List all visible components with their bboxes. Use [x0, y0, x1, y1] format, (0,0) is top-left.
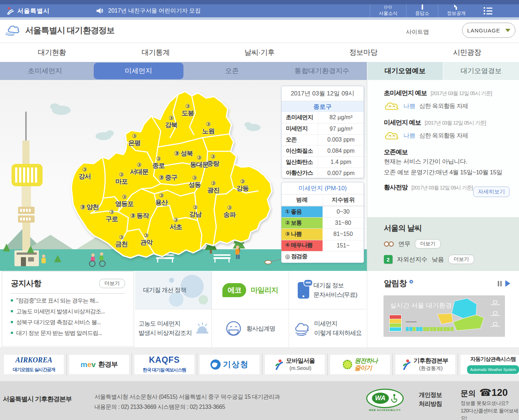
topbar: 서울특별시 2017년 내친구서울 어린이기자 모집 ((•))서울소식응답소정… [0, 0, 519, 20]
quicklink-eco-mileage[interactable]: 에코 마일리지 [212, 271, 289, 309]
language-select[interactable]: LANGUAGE [462, 23, 515, 38]
uv-more-button[interactable]: 더보기 [448, 255, 474, 264]
seoul-weather-section: 서울의 날씨 연무 더보기 2 자외선지수 낮음 더보기 [367, 217, 519, 271]
ozone-forecast-line1: 현재는 서비스 기간이 아닙니다. [384, 156, 510, 167]
alert-title: 알림창 [384, 278, 407, 289]
district-강북[interactable]: ③강북 [165, 115, 177, 129]
quicklink-emergency-reduction[interactable]: 고농도 미세먼지발생시 비상저감조치 [135, 309, 212, 348]
site-logo[interactable]: 서울특별시 대기환경정보 [5, 24, 114, 36]
district-영등포[interactable]: ③영등포 [115, 194, 134, 208]
nav-item-대기현황[interactable]: 대기현황 [0, 43, 104, 62]
district-은평[interactable]: ③은평 [128, 133, 141, 147]
pollutant-tabs: 초미세먼지미세먼지오존통합대기환경지수 [0, 62, 367, 80]
weather-title: 서울의 날씨 [384, 223, 511, 233]
topbar-link-서울소식[interactable]: ((•))서울소식 [370, 4, 406, 17]
seoul-mark-icon [403, 359, 411, 370]
partner-airkorea[interactable]: AIRKOREA 대기오염도 실시간공개 [4, 355, 64, 374]
district-서대문[interactable]: ③서대문 [130, 162, 148, 176]
nav-item-날씨·기후[interactable]: 날씨·기후 [208, 43, 311, 62]
notice-item[interactable]: 성북구 대기오염 측정값 서비스 불... [11, 319, 125, 326]
tab-초미세먼지[interactable]: 초미세먼지 [0, 62, 90, 80]
district-관악[interactable]: ③관악 [140, 232, 152, 246]
nav-item-시민광장[interactable]: 시민광장 [415, 43, 519, 62]
weather-condition: 연무 [398, 240, 411, 248]
sun-mascot-icon [343, 360, 352, 369]
district-서초[interactable]: ③서초 [170, 217, 182, 231]
district-종로[interactable]: ③종로 [152, 156, 165, 170]
district-동작[interactable]: ③ 동작 [130, 211, 149, 220]
legend-col2-header: 지수범위 [323, 195, 364, 206]
seoul-map-panel: ③도봉③강북③노원③은평③ 성북③중랑③종로③동대문③서대문③강서③마포③ 중구… [0, 80, 367, 271]
district-금천[interactable]: ③금천 [115, 234, 128, 248]
partner-climate-hq[interactable]: 기후환경본부(환경통계) [395, 355, 455, 374]
topbar-link-정보공개[interactable]: 정보공개 [438, 4, 474, 17]
banner-legend [389, 314, 402, 332]
alert-banner[interactable]: 실시간 서울 대기환경 [383, 295, 505, 337]
weather-more-button[interactable]: 더보기 [415, 239, 441, 249]
broadcast-icon: ((•)) [384, 5, 392, 10]
tab-오존[interactable]: 오존 [187, 62, 277, 80]
district-중랑[interactable]: ③중랑 [207, 153, 219, 167]
notice-item[interactable]: "점검중"으로 표시 되는 경우는 해... [11, 297, 125, 305]
quicklink-air-policy[interactable]: 대기질 개선 정책 [135, 271, 212, 309]
chevron-down-icon [505, 29, 510, 32]
quicklink-dust10-label: 황사십계명 [246, 325, 275, 333]
district-강남[interactable]: ③강남 [189, 204, 201, 218]
site-header: 서울특별시 대기환경정보 사이트맵 LANGUAGE [0, 20, 519, 43]
district-동대문[interactable]: ③동대문 [190, 155, 209, 169]
district-광진[interactable]: ③광진 [207, 180, 219, 194]
seoul-brand[interactable]: 서울특별시 [6, 7, 50, 15]
dust-cloud-icon [293, 321, 310, 336]
district-강동[interactable]: ③강동 [236, 178, 249, 192]
haze-icon [384, 241, 394, 247]
partner-one-less-nuclear[interactable]: 원전하나줄이기 [330, 355, 390, 374]
notice-more-button[interactable]: 더보기 [99, 279, 125, 288]
page-footer: 서울특별시 기후환경본부 서울특별시청 서소문청사 (04515) 서울특별시 … [0, 381, 519, 420]
topbar-notice[interactable]: 2017년 내친구서울 어린이기자 모집 [108, 7, 201, 15]
quicklink-sms-service[interactable]: SMS 대기질 정보문자서비스(무료) [289, 271, 366, 309]
legend-row-보통: ② 보통31~80 [281, 217, 364, 228]
tab-미세먼지[interactable]: 미세먼지 [94, 63, 184, 79]
district-강서[interactable]: ③강서 [79, 166, 91, 180]
pm25-forecast-level: 나쁨 [403, 102, 416, 110]
dust-detail-button[interactable]: 자세히보기 [473, 187, 510, 197]
topbar-link-응답소[interactable]: 응답소 [406, 4, 438, 17]
sitemap-link[interactable]: 사이트맵 [406, 28, 429, 36]
footer-address: 서울특별시청 서소문청사 (04515) 서울특별시 중구 덕수궁길 15 대기… [94, 392, 280, 402]
tab-통합대기환경지수[interactable]: 통합대기환경지수 [277, 62, 367, 80]
play-icon[interactable] [505, 280, 510, 287]
partner-kma[interactable]: 기상청 [200, 355, 260, 374]
partner-mobile-seoul[interactable]: 모바일서울(m.Seoul) [265, 355, 325, 374]
menu-icon[interactable] [474, 4, 502, 17]
district-마포[interactable]: ③마포 [115, 171, 128, 186]
district-양천[interactable]: ③ 양천 [80, 203, 99, 211]
notice-item[interactable]: 대기 정보 문자 받는 방법 알려드립... [11, 330, 125, 337]
nav-item-대기통계[interactable]: 대기통계 [104, 43, 208, 62]
district-중구[interactable]: ③ 중구 [159, 173, 177, 182]
obs-row-이산화질소: 이산화질소0.084 ppm [281, 145, 364, 156]
moe-logo: mev [80, 360, 96, 369]
quicklink-pm-response[interactable]: 미세먼지이렇게 대처하세요 [289, 309, 366, 348]
district-구로[interactable]: ③구로 [106, 209, 118, 223]
notice-item[interactable]: 고농도 미세먼지 발생시 비상저감조... [11, 308, 125, 316]
siren-icon [196, 323, 208, 334]
main-nav: 대기현황대기통계날씨·기후정보마당시민광장 [0, 43, 519, 62]
pm25-forecast-title: 초미세먼지 예보 [384, 89, 427, 97]
seoul-logo-icon [6, 7, 14, 15]
tab-대기오염예보[interactable]: 대기오염예보 [367, 62, 443, 80]
tab-대기오염경보[interactable]: 대기오염경보 [443, 62, 519, 80]
partner-ministry-environment[interactable]: mev 환경부 [69, 355, 129, 374]
nav-item-정보마당[interactable]: 정보마당 [311, 43, 415, 62]
district-도봉[interactable]: ③도봉 [182, 103, 194, 117]
district-노원[interactable]: ③노원 [202, 121, 214, 135]
district-송파[interactable]: ③송파 [223, 205, 236, 219]
quicklink-yellow-dust-rules[interactable]: 황사십계명 [212, 309, 289, 348]
pause-icon[interactable] [498, 281, 502, 286]
privacy-policy-link[interactable]: 개인정보 처리방침 [419, 390, 442, 408]
partner-aws[interactable]: 자동기상관측시스템 Automatic Weather System [461, 355, 519, 374]
carousel-dot[interactable] [409, 280, 413, 283]
quicklink-grid: 대기질 개선 정책 에코 마일리지 SMS 대기질 정보문자서비스(무료) 고농… [135, 271, 366, 348]
partner-kaqfs[interactable]: KAQFS 한국 대기질 예보시스템 [134, 355, 194, 374]
district-성동[interactable]: ③성동 [188, 175, 201, 189]
district-용산[interactable]: ③용산 [155, 192, 168, 206]
